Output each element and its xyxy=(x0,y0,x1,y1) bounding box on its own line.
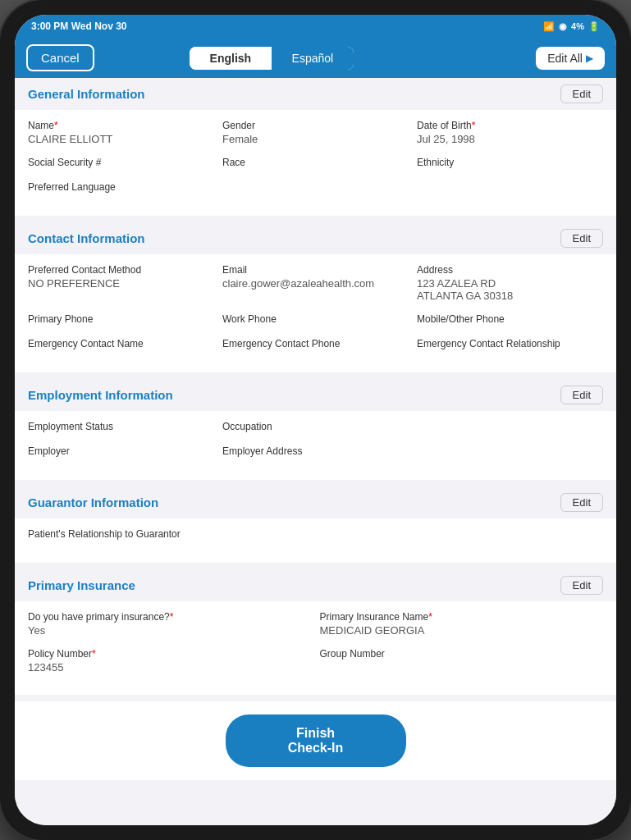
contact-info-edit-button[interactable]: Edit xyxy=(560,229,603,248)
pref-lang-label: Preferred Language xyxy=(28,181,214,193)
primary-phone-label: Primary Phone xyxy=(28,313,214,325)
insurance-name-value: MEDICAID GEORGIA xyxy=(320,624,604,637)
emergency-name-field: Emergency Contact Name xyxy=(28,338,214,351)
language-toggle: English Español xyxy=(190,47,354,70)
pref-contact-label: Preferred Contact Method xyxy=(28,264,214,276)
employment-row-2: Employer Employer Address xyxy=(28,445,603,459)
primary-insurance-edit-button[interactable]: Edit xyxy=(560,576,603,595)
name-value: CLAIRE ELLIOTT xyxy=(28,133,214,145)
employer-label: Employer xyxy=(28,445,214,457)
location-icon: ◉ xyxy=(559,21,567,32)
contact-row-2: Primary Phone Work Phone Mobile/Other Ph… xyxy=(28,313,603,326)
race-field: Race xyxy=(222,157,409,170)
email-label: Email xyxy=(222,264,409,276)
mobile-phone-field: Mobile/Other Phone xyxy=(417,313,603,326)
device-frame: 3:00 PM Wed Nov 30 📶 ◉ 4% 🔋 Cancel Engli… xyxy=(0,0,631,840)
employment-info-header: Employment Information Edit xyxy=(15,379,616,411)
primary-insurance-header: Primary Insurance Edit xyxy=(15,569,616,601)
name-field: Name* CLAIRE ELLIOTT xyxy=(28,120,214,145)
edit-all-button[interactable]: Edit All ▶ xyxy=(536,47,605,70)
ethnicity-label: Ethnicity xyxy=(417,157,603,168)
guarantor-info-body: Patient's Relationship to Guarantor xyxy=(15,518,616,563)
gender-value: Female xyxy=(222,133,409,145)
english-lang-button[interactable]: English xyxy=(190,47,272,70)
has-insurance-label: Do you have primary insurance?* xyxy=(28,611,312,623)
occupation-label: Occupation xyxy=(222,421,409,432)
employer-field: Employer xyxy=(28,445,214,459)
insurance-row-2: Policy Number* 123455 Group Number xyxy=(28,648,603,673)
general-row-2: Social Security # Race Ethnicity xyxy=(28,157,603,170)
general-information-section: General Information Edit Name* CLAIRE EL… xyxy=(15,78,616,216)
guarantor-info-header: Guarantor Information Edit xyxy=(15,486,616,518)
has-insurance-value: Yes xyxy=(28,624,312,637)
name-label: Name* xyxy=(28,120,214,131)
employment-status-label: Employment Status xyxy=(28,421,214,432)
espanol-lang-button[interactable]: Español xyxy=(272,47,354,70)
gender-label: Gender xyxy=(222,120,409,131)
status-icons: 📶 ◉ 4% 🔋 xyxy=(543,21,600,32)
dob-field: Date of Birth* Jul 25, 1998 xyxy=(417,120,603,145)
guarantor-relationship-label: Patient's Relationship to Guarantor xyxy=(28,528,603,540)
general-info-title: General Information xyxy=(28,87,145,101)
contact-information-section: Contact Information Edit Preferred Conta… xyxy=(15,222,616,372)
insurance-name-field: Primary Insurance Name* MEDICAID GEORGIA xyxy=(320,611,604,637)
race-label: Race xyxy=(222,157,409,168)
battery-label: 4% xyxy=(571,21,584,31)
employment-status-field: Employment Status xyxy=(28,421,214,434)
contact-row-1: Preferred Contact Method NO PREFERENCE E… xyxy=(28,264,603,302)
primary-insurance-body: Do you have primary insurance?* Yes Prim… xyxy=(15,601,616,695)
employment-information-section: Employment Information Edit Employment S… xyxy=(15,379,616,480)
contact-info-body: Preferred Contact Method NO PREFERENCE E… xyxy=(15,254,616,372)
general-info-body: Name* CLAIRE ELLIOTT Gender Female Date … xyxy=(15,110,616,216)
address-line1: 123 AZALEA RD xyxy=(417,277,603,290)
contact-info-title: Contact Information xyxy=(28,231,145,245)
primary-phone-field: Primary Phone xyxy=(28,313,214,326)
finish-checkin-button[interactable]: Finish Check-In xyxy=(226,714,406,767)
guarantor-info-edit-button[interactable]: Edit xyxy=(560,493,603,512)
contact-info-header: Contact Information Edit xyxy=(15,222,616,254)
ssn-label: Social Security # xyxy=(28,157,214,168)
emergency-rel-label: Emergency Contact Relationship xyxy=(417,338,603,349)
mobile-phone-label: Mobile/Other Phone xyxy=(417,313,603,325)
employment-info-edit-button[interactable]: Edit xyxy=(560,386,603,404)
finish-checkin-container: Finish Check-In xyxy=(15,701,616,780)
guarantor-relationship-field: Patient's Relationship to Guarantor xyxy=(28,528,603,541)
employment-info-title: Employment Information xyxy=(28,388,173,402)
general-row-3: Preferred Language xyxy=(28,181,603,194)
ssn-field: Social Security # xyxy=(28,157,214,170)
general-info-edit-button[interactable]: Edit xyxy=(560,84,603,103)
insurance-name-label: Primary Insurance Name* xyxy=(320,611,604,623)
emergency-name-label: Emergency Contact Name xyxy=(28,338,214,349)
address-label: Address xyxy=(417,264,603,276)
policy-number-field: Policy Number* 123455 xyxy=(28,648,312,673)
policy-number-value: 123455 xyxy=(28,661,312,673)
employer-address-field: Employer Address xyxy=(222,445,409,459)
work-phone-field: Work Phone xyxy=(222,313,409,326)
general-info-header: General Information Edit xyxy=(15,78,616,110)
cancel-button[interactable]: Cancel xyxy=(26,44,94,71)
screen: 3:00 PM Wed Nov 30 📶 ◉ 4% 🔋 Cancel Engli… xyxy=(15,15,616,825)
has-insurance-field: Do you have primary insurance?* Yes xyxy=(28,611,312,637)
employer-address-label: Employer Address xyxy=(222,445,409,457)
guarantor-information-section: Guarantor Information Edit Patient's Rel… xyxy=(15,486,616,563)
emergency-phone-label: Emergency Contact Phone xyxy=(222,338,409,349)
emergency-rel-field: Emergency Contact Relationship xyxy=(417,338,603,351)
pref-lang-field: Preferred Language xyxy=(28,181,214,194)
pref-contact-value: NO PREFERENCE xyxy=(28,277,214,290)
email-field: Email claire.gower@azaleahealth.com xyxy=(222,264,409,302)
pref-contact-field: Preferred Contact Method NO PREFERENCE xyxy=(28,264,214,302)
gender-field: Gender Female xyxy=(222,120,409,145)
primary-insurance-title: Primary Insurance xyxy=(28,578,135,592)
status-bar: 3:00 PM Wed Nov 30 📶 ◉ 4% 🔋 xyxy=(15,15,616,38)
dob-label: Date of Birth* xyxy=(417,120,603,131)
wifi-icon: 📶 xyxy=(543,21,555,32)
dob-value: Jul 25, 1998 xyxy=(417,133,603,145)
general-row-1: Name* CLAIRE ELLIOTT Gender Female Date … xyxy=(28,120,603,145)
address-line2: ATLANTA GA 30318 xyxy=(417,290,603,302)
group-number-field: Group Number xyxy=(320,648,604,673)
main-content: General Information Edit Name* CLAIRE EL… xyxy=(15,78,616,825)
battery-icon: 🔋 xyxy=(588,21,600,32)
emergency-phone-field: Emergency Contact Phone xyxy=(222,338,409,351)
ethnicity-field: Ethnicity xyxy=(417,157,603,170)
status-time-date: 3:00 PM Wed Nov 30 xyxy=(31,21,127,32)
